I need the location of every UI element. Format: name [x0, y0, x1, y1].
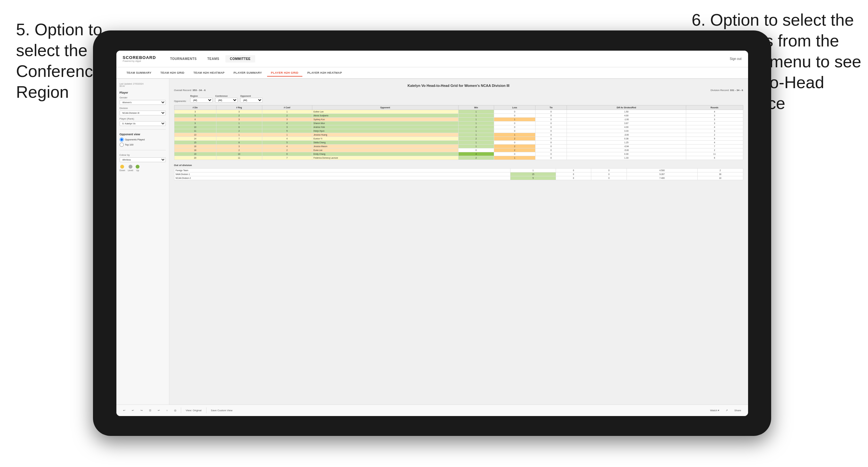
toolbar-grid[interactable]: ⊡ — [147, 408, 153, 412]
table-row: 18 2 2 Euna Lee 0 2 0 -5.00 2 — [174, 148, 743, 152]
filter-conference-select[interactable]: (All) — [215, 98, 238, 102]
sidebar-player-title: Player — [120, 91, 166, 94]
th-tie: Tie — [535, 105, 567, 110]
colour-circles: Down Level Up — [120, 165, 166, 172]
sidebar-top100-radio[interactable]: Top 100 — [120, 143, 166, 147]
filter-region-select[interactable]: (All) — [190, 98, 213, 102]
table-row: 5 2 2 Alexis Sudjianto 1 0 0 4.00 3 — [174, 114, 743, 117]
table-row: 9 1 4 Sharon Mun 1 0 0 3.67 3 — [174, 121, 743, 125]
th-rounds: Rounds — [686, 105, 743, 110]
circle-down-label: Down — [120, 169, 125, 172]
od-table: Foreign Team 1 0 0 4.500 2 NAIA Division… — [174, 168, 743, 180]
top-nav: SCOREBOARD Powered by clippd TOURNAMENTS… — [116, 51, 748, 67]
circle-up — [136, 165, 140, 168]
sidebar-opponents-played-radio[interactable]: Opponents Played — [120, 137, 166, 142]
logo-sub: Powered by clippd — [123, 60, 156, 62]
toolbar-share[interactable]: Share — [732, 408, 743, 412]
th-win: Win — [458, 105, 494, 110]
toolbar-divider-1 — [181, 407, 181, 413]
filter-opponent-select[interactable]: (All) — [240, 98, 262, 102]
od-table-row: NCAA Division 2 5 0 0 7.400 10 — [174, 176, 743, 180]
toolbar-undo[interactable]: ↩ — [121, 408, 127, 412]
toolbar-view-original[interactable]: View: Original — [184, 408, 203, 412]
circle-level — [129, 165, 132, 168]
toolbar-share-icon[interactable]: ↗ — [724, 408, 730, 412]
sidebar-colour-by-select[interactable]: Win/loss — [120, 157, 166, 162]
filter-group-region: Region (All) — [190, 95, 213, 102]
th-div: # Div — [174, 105, 216, 110]
th-opponent: Opponent — [312, 105, 458, 110]
toolbar-target[interactable]: ◎ — [172, 408, 178, 412]
nav-tournaments[interactable]: TOURNAMENTS — [165, 55, 201, 62]
nav-committee[interactable]: COMMITTEE — [225, 55, 255, 62]
sidebar-gender-select[interactable]: Women's Men's — [120, 100, 166, 105]
sidebar-colour-by-label: Colour by — [120, 154, 166, 156]
sidebar-opponent-view-title: Opponent view — [120, 133, 166, 136]
sidebar-player-rank-select[interactable]: 8. Katelyn Vo — [120, 121, 166, 126]
last-updated: Last Updated: 27/03/2024 08:44 — [120, 83, 166, 87]
toolbar-divider-2 — [206, 407, 207, 413]
table-row: 3 3 1 Esther Lee 1 0 0 1.50 4 — [174, 110, 743, 114]
overall-record-label: Overall Record: 353 - 34 - 6 — [174, 89, 206, 92]
table-row: 14 7 4 Eunice Yi 2 2 0 0.38 9 — [174, 136, 743, 141]
table-row: 11 2 5 Heejo Hyun 1 0 0 3.33 3 — [174, 129, 743, 133]
sidebar: Last Updated: 27/03/2024 08:44 Player Ge… — [116, 79, 169, 405]
th-reg: # Reg — [216, 105, 262, 110]
bottom-toolbar: ↩ ↩ ↪ ⊡ ↩ ○ ◎ View: Original Save Custom… — [116, 405, 748, 416]
out-of-division-title: Out of division — [174, 164, 743, 167]
od-table-row: NAIA Division 1 15 0 0 9.267 30 — [174, 172, 743, 176]
nav-sign-out[interactable]: Sign out — [730, 57, 742, 61]
filters-row: Opponents: Region (All) Conference (All) — [174, 95, 743, 102]
sub-nav: TEAM SUMMARY TEAM H2H GRID TEAM H2H HEAT… — [116, 67, 748, 79]
filter-conference-label: Conference — [215, 95, 238, 97]
filter-opponent-label: Opponent — [240, 95, 262, 97]
tablet-screen: SCOREBOARD Powered by clippd TOURNAMENTS… — [116, 51, 748, 416]
th-loss: Loss — [494, 105, 535, 110]
th-diff: Diff Av Strokes/Rnd — [566, 105, 686, 110]
division-record-label: Division Record: 331 - 34 - 6 — [711, 89, 743, 92]
toolbar-back[interactable]: ↩ — [156, 408, 162, 412]
filter-group-conference: Conference (All) — [215, 95, 238, 102]
sub-nav-team-summary[interactable]: TEAM SUMMARY — [123, 69, 156, 76]
sidebar-division-label: Division — [120, 107, 166, 110]
table-row: 20 11 7 Federica Domecq Lacroze 2 1 0 1.… — [174, 156, 743, 160]
sub-nav-player-summary[interactable]: PLAYER SUMMARY — [229, 69, 266, 76]
content-area: Last Updated: 27/03/2024 08:44 Player Ge… — [116, 79, 748, 405]
filter-region-label: Region — [190, 95, 213, 97]
sidebar-gender-label: Gender — [120, 96, 166, 99]
table-row: 13 1 1 Jessica Huang 1 1 0 -3.00 2 — [174, 133, 743, 136]
data-table: # Div # Reg # Conf Opponent Win Loss Tie… — [174, 105, 743, 160]
sub-nav-team-h2h-grid[interactable]: TEAM H2H GRID — [156, 69, 188, 76]
tablet: SCOREBOARD Powered by clippd TOURNAMENTS… — [93, 30, 771, 436]
nav-teams[interactable]: TEAMS — [203, 55, 224, 62]
toolbar-redo2[interactable]: ↪ — [138, 408, 145, 412]
toolbar-save-custom[interactable]: Save Custom View — [209, 408, 235, 412]
records-row: Overall Record: 353 - 34 - 6 Division Re… — [174, 89, 743, 92]
logo-area: SCOREBOARD Powered by clippd — [123, 55, 156, 62]
sub-nav-player-h2h-grid[interactable]: PLAYER H2H GRID — [267, 69, 302, 76]
circle-up-label: Up — [136, 169, 139, 172]
sub-nav-player-h2h-heatmap[interactable]: PLAYER H2H HEATMAP — [304, 69, 346, 76]
od-table-row: Foreign Team 1 0 0 4.500 2 — [174, 168, 743, 172]
table-row: 19 10 6 Emily Chang 4 0 0 0.30 11 — [174, 152, 743, 156]
toolbar-redo1[interactable]: ↩ — [130, 408, 136, 412]
table-row: 10 6 3 Andrea York 2 0 0 4.00 4 — [174, 125, 743, 129]
table-row: 6 3 3 Sydney Kuo 1 1 0 -1.00 3 — [174, 117, 743, 121]
toolbar-circle[interactable]: ○ — [164, 408, 170, 412]
circle-down — [120, 165, 124, 168]
table-row: 16 3 4 Jessica Mason 1 2 0 -0.94 7 — [174, 144, 743, 148]
main-nav: TOURNAMENTS TEAMS COMMITTEE — [165, 55, 730, 62]
sidebar-player-rank-label: Player (Rank) — [120, 117, 166, 120]
circle-level-label: Level — [128, 169, 133, 172]
sidebar-division-select[interactable]: NCAA Division III — [120, 111, 166, 115]
logo-text: SCOREBOARD — [123, 55, 156, 60]
th-conf: # Conf — [262, 105, 312, 110]
page-title: Katelyn Vo Head-to-Head Grid for Women's… — [174, 84, 743, 88]
filter-group-opponent: Opponent (All) — [240, 95, 262, 102]
main-grid: Katelyn Vo Head-to-Head Grid for Women's… — [169, 79, 748, 405]
sub-nav-team-h2h-heatmap[interactable]: TEAM H2H HEATMAP — [189, 69, 228, 76]
table-row: 15 8 5 Stella Cheng 1 0 0 1.25 4 — [174, 141, 743, 144]
opponents-label: Opponents: — [174, 100, 187, 102]
toolbar-watch[interactable]: Watch ▾ — [708, 408, 721, 412]
